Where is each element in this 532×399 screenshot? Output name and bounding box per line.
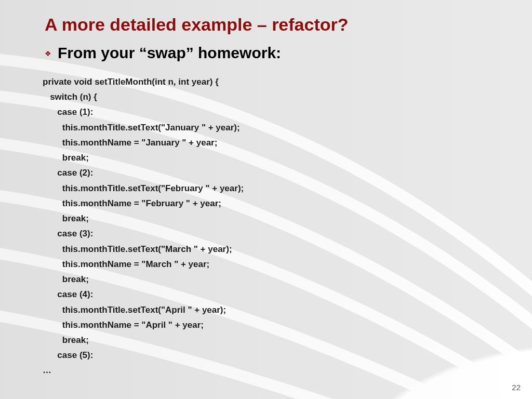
slide: A more detailed example – refactor? ❖ Fr… xyxy=(0,0,532,399)
bullet-item: ❖ From your “swap” homework: xyxy=(45,44,501,62)
code-block: private void setTitleMonth(int n, int ye… xyxy=(43,74,501,378)
slide-content: A more detailed example – refactor? ❖ Fr… xyxy=(0,0,532,378)
diamond-bullet-icon: ❖ xyxy=(45,50,51,57)
slide-subtitle: From your “swap” homework: xyxy=(58,44,281,62)
slide-title: A more detailed example – refactor? xyxy=(45,15,501,35)
page-number: 22 xyxy=(512,383,521,392)
